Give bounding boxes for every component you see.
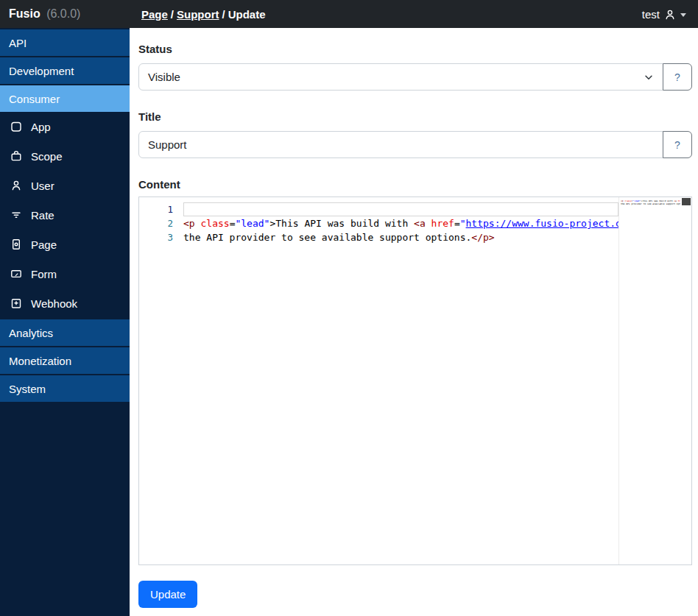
scope-icon <box>10 149 23 163</box>
sidebar-bottom-nav: AnalyticsMonetizationSystem <box>0 319 130 402</box>
sidebar-item-label: API <box>9 37 27 49</box>
status-select[interactable]: Visible <box>138 63 663 91</box>
sidebar-item-label: Consumer <box>9 93 60 105</box>
update-button[interactable]: Update <box>138 581 197 608</box>
line-number: 3 <box>139 230 173 244</box>
app-brand: Fusio <box>9 7 40 20</box>
sidebar-item-label: Scope <box>31 150 63 163</box>
sidebar-item-label: Page <box>31 238 57 251</box>
user-icon <box>10 179 23 192</box>
chevron-down-icon <box>680 13 686 17</box>
sidebar-item-system[interactable]: System <box>0 375 130 402</box>
sidebar-item-monetization[interactable]: Monetization <box>0 347 130 374</box>
app-version: (6.0.0) <box>46 7 80 20</box>
content-label: Content <box>138 178 698 191</box>
topbar: Fusio (6.0.0) Page/Support/Update test <box>0 0 698 28</box>
code-line-content <box>183 202 618 216</box>
sidebar-item-api[interactable]: API <box>0 29 130 56</box>
breadcrumb-update: Update <box>228 8 266 21</box>
editor-lines: 12<p class="lead">This API was build wit… <box>139 202 618 244</box>
code-line[interactable]: 2<p class="lead">This API was build with… <box>139 216 618 230</box>
scrollbar-thumb[interactable] <box>682 198 691 205</box>
sidebar-item-label: Form <box>31 268 57 280</box>
code-line-content: the API provider to see available suppor… <box>183 230 618 244</box>
sidebar-item-label: Analytics <box>9 327 53 339</box>
status-field: Status Visible ? <box>138 43 698 91</box>
title-label: Title <box>138 110 698 123</box>
editor-minimap[interactable]: <p class="lead">This API was build with … <box>618 197 681 564</box>
sidebar-item-webhook[interactable]: Webhook <box>0 288 130 318</box>
sidebar-item-label: Webhook <box>31 297 77 310</box>
editor-scrollbar[interactable] <box>681 197 691 564</box>
content-field: Content 12<p class="lead">This API was b… <box>138 178 698 565</box>
sidebar-item-form[interactable]: Form <box>0 259 130 288</box>
sidebar-item-label: App <box>31 121 51 133</box>
breadcrumb-support[interactable]: Support <box>177 8 219 21</box>
sidebar-item-page[interactable]: Page <box>0 230 130 259</box>
breadcrumb-separator: / <box>222 8 225 21</box>
line-number: 2 <box>139 216 173 230</box>
sidebar-item-label: System <box>9 383 46 395</box>
sidebar-item-development[interactable]: Development <box>0 57 130 84</box>
sidebar-item-scope[interactable]: Scope <box>0 141 130 171</box>
title-help-button[interactable]: ? <box>663 131 692 158</box>
sidebar: APIDevelopmentConsumer AppScopeUserRateP… <box>0 28 130 616</box>
webhook-icon <box>10 297 23 310</box>
form-icon <box>10 267 23 280</box>
sidebar-item-analytics[interactable]: Analytics <box>0 319 130 346</box>
title-field: Title ? <box>138 110 698 158</box>
code-line-content: <p class="lead">This API was build with … <box>183 216 618 230</box>
title-input[interactable] <box>138 131 663 158</box>
status-help-button[interactable]: ? <box>663 63 692 91</box>
breadcrumb-separator: / <box>171 8 174 21</box>
sidebar-item-consumer[interactable]: Consumer <box>0 85 130 112</box>
code-line[interactable]: 1 <box>139 202 618 216</box>
minimap-line: the API provider to see available suppor… <box>621 203 680 206</box>
sidebar-item-label: User <box>31 180 54 192</box>
sidebar-consumer-children: AppScopeUserRatePageFormWebhook <box>0 112 130 318</box>
sidebar-item-label: Monetization <box>9 355 71 367</box>
person-icon <box>664 8 676 20</box>
code-editor[interactable]: 12<p class="lead">This API was build wit… <box>138 197 692 565</box>
code-line[interactable]: 3the API provider to see available suppo… <box>139 230 618 244</box>
sidebar-item-rate[interactable]: Rate <box>0 200 130 230</box>
rate-icon <box>10 208 23 222</box>
sidebar-item-app[interactable]: App <box>0 112 130 141</box>
app-icon <box>10 120 23 133</box>
sidebar-item-user[interactable]: User <box>0 171 130 200</box>
sidebar-item-label: Development <box>9 65 74 77</box>
page-icon <box>10 238 23 251</box>
line-number: 1 <box>139 202 173 216</box>
chevron-down-icon <box>644 72 654 82</box>
user-name: test <box>642 8 660 21</box>
user-menu[interactable]: test <box>642 8 698 21</box>
breadcrumb-page[interactable]: Page <box>141 8 168 21</box>
sidebar-item-label: Rate <box>31 209 54 222</box>
brand-area: Fusio (6.0.0) <box>0 7 130 21</box>
status-selected-value: Visible <box>148 71 180 83</box>
breadcrumb: Page/Support/Update <box>130 8 642 21</box>
status-label: Status <box>138 43 698 55</box>
sidebar-top-nav: APIDevelopmentConsumer <box>0 29 130 112</box>
main-content: Status Visible ? Title ? Content 12<p cl… <box>130 28 698 616</box>
